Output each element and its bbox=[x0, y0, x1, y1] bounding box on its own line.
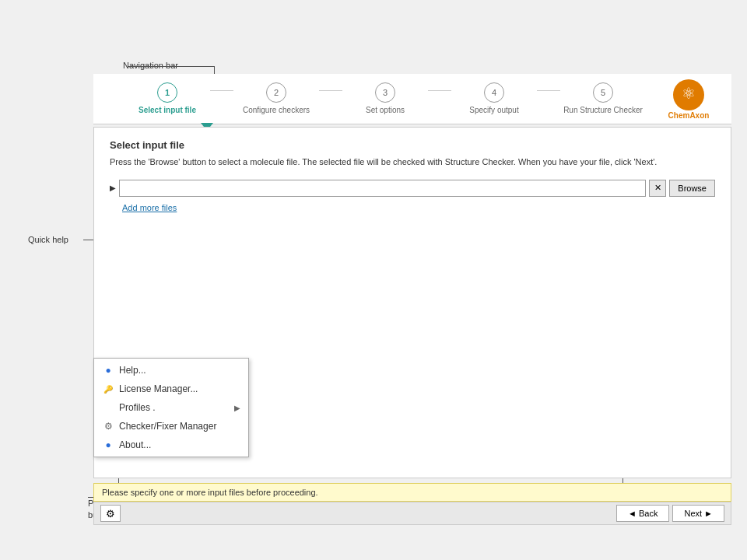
file-row-arrow: ▶ bbox=[110, 184, 116, 192]
chemaxon-logo: ⚛ ChemAxon bbox=[661, 79, 716, 120]
nav-buttons: ◄ Back Next ► bbox=[616, 505, 724, 522]
section-desc: Press the 'Browse' button to select a mo… bbox=[110, 156, 715, 169]
notification-message: Please specify one or more input files b… bbox=[102, 488, 318, 497]
profiles-icon bbox=[102, 401, 114, 414]
menu-item-license-label: License Manager... bbox=[119, 383, 198, 394]
step-4-label: Specify output bbox=[469, 106, 518, 115]
menu-item-help[interactable]: ● Help... bbox=[94, 361, 248, 380]
step-connector-2 bbox=[319, 90, 342, 91]
step-3-circle: 3 bbox=[375, 82, 395, 103]
step-connector-3 bbox=[428, 90, 451, 91]
step-3-label: Set options bbox=[366, 106, 405, 115]
chemaxon-logo-text: ChemAxon bbox=[668, 111, 710, 120]
quick-help-annotation: Quick help bbox=[28, 235, 68, 244]
step-5-circle: 5 bbox=[593, 82, 613, 103]
step-connector-1 bbox=[210, 90, 233, 91]
menu-item-about-label: About... bbox=[119, 439, 151, 450]
file-path-input[interactable] bbox=[119, 180, 646, 197]
step-5-label: Run Structure Checker bbox=[563, 106, 643, 115]
step-3[interactable]: 3 Set options bbox=[342, 82, 428, 115]
menu-item-checker[interactable]: ⚙ Checker/Fixer Manager bbox=[94, 417, 248, 436]
step-4[interactable]: 4 Specify output bbox=[451, 82, 537, 115]
add-more-files-link[interactable]: Add more files bbox=[122, 203, 715, 212]
step-2[interactable]: 2 Configure checkers bbox=[233, 82, 319, 115]
nav-bar: 1 Select input file 2 Configure checkers… bbox=[93, 74, 731, 124]
menu-item-help-label: Help... bbox=[119, 365, 146, 376]
preferences-button[interactable]: ⚙ bbox=[100, 505, 121, 522]
chemaxon-logo-icon: ⚛ bbox=[672, 79, 705, 111]
menu-item-checker-label: Checker/Fixer Manager bbox=[119, 421, 216, 432]
menu-item-license[interactable]: 🔑 License Manager... bbox=[94, 380, 248, 398]
file-input-row: ▶ ✕ Browse bbox=[110, 180, 715, 197]
next-button[interactable]: Next ► bbox=[672, 505, 724, 522]
menu-item-about[interactable]: ● About... bbox=[94, 436, 248, 454]
license-icon: 🔑 bbox=[102, 383, 114, 395]
wizard-steps: 1 Select input file 2 Configure checkers… bbox=[109, 82, 661, 115]
bottom-bar: ⚙ ◄ Back Next ► bbox=[93, 502, 731, 525]
step-5[interactable]: 5 Run Structure Checker bbox=[560, 82, 646, 115]
about-icon: ● bbox=[102, 439, 114, 451]
browse-button[interactable]: Browse bbox=[669, 180, 715, 197]
step-2-label: Configure checkers bbox=[243, 106, 310, 115]
step-1[interactable]: 1 Select input file bbox=[124, 82, 210, 115]
profiles-submenu-arrow: ▶ bbox=[234, 404, 240, 412]
context-menu: ● Help... 🔑 License Manager... Profiles … bbox=[93, 358, 249, 457]
help-icon: ● bbox=[102, 364, 114, 376]
step-1-label: Select input file bbox=[139, 106, 196, 115]
back-button[interactable]: ◄ Back bbox=[616, 505, 669, 522]
checker-icon: ⚙ bbox=[102, 420, 114, 432]
step-4-circle: 4 bbox=[484, 82, 504, 103]
menu-item-profiles[interactable]: Profiles . ▶ bbox=[94, 398, 248, 417]
menu-item-profiles-label: Profiles . bbox=[119, 402, 156, 413]
step-2-circle: 2 bbox=[266, 82, 286, 103]
clear-file-button[interactable]: ✕ bbox=[649, 180, 666, 197]
notification-bar: Please specify one or more input files b… bbox=[93, 483, 731, 502]
step-connector-4 bbox=[537, 90, 560, 91]
svg-text:⚛: ⚛ bbox=[682, 85, 696, 102]
section-title: Select input file bbox=[110, 139, 715, 151]
nav-bar-annotation: Navigation bar bbox=[123, 61, 178, 70]
step-1-circle: 1 bbox=[157, 82, 177, 103]
